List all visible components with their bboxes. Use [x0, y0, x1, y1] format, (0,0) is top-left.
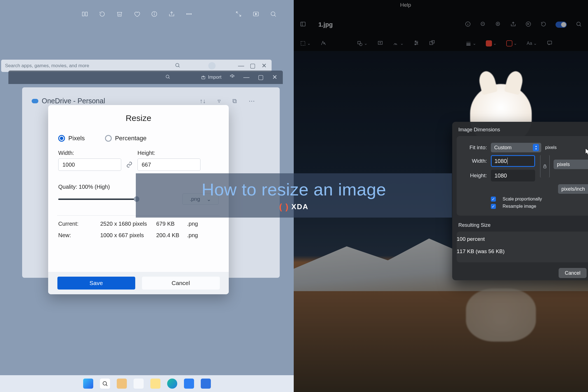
- height-input[interactable]: [137, 158, 200, 171]
- onedrive-icon: [32, 99, 38, 103]
- result-percent: 100 percent: [457, 236, 588, 242]
- taskbar-task-view[interactable]: [117, 379, 127, 389]
- onedrive-tools: ↑↓ ▿ ⧉ ⋯: [200, 97, 255, 105]
- resolution-unit-select[interactable]: pixels/inch: [558, 184, 588, 194]
- taskbar-search[interactable]: [100, 379, 110, 389]
- window-close[interactable]: ✕: [272, 74, 277, 81]
- current-label: Current:: [58, 221, 100, 227]
- new-dims: 1000 x 667 pixels: [100, 232, 156, 239]
- window-close[interactable]: ✕: [262, 63, 268, 69]
- taskbar-explorer[interactable]: [150, 379, 160, 389]
- taskbar-chat[interactable]: [134, 379, 144, 389]
- size-info: Current: 2520 x 1680 pixels 679 KB .png …: [58, 221, 219, 239]
- dialog-title: Resize: [48, 113, 229, 123]
- new-label: New:: [58, 232, 100, 239]
- new-ext: .png: [187, 232, 204, 239]
- stepper-icon: [533, 144, 539, 151]
- svg-point-7: [188, 13, 189, 14]
- import-button[interactable]: Import: [201, 74, 221, 80]
- window-maximize[interactable]: ▢: [250, 63, 256, 69]
- settings-icon[interactable]: [230, 74, 235, 80]
- svg-line-10: [239, 15, 241, 16]
- select-icon[interactable]: ⧉: [232, 97, 237, 105]
- more-icon[interactable]: ⋯: [249, 97, 255, 105]
- fit-into-label: Fit into:: [462, 144, 487, 151]
- unit-select[interactable]: pixels: [554, 160, 588, 169]
- svg-point-15: [176, 63, 179, 67]
- photos-app-top-toolbar: [81, 8, 277, 20]
- fullscreen-icon[interactable]: [235, 10, 242, 18]
- image-dimensions-dialog: Image Dimensions Fit into: Custom pixels…: [452, 122, 588, 280]
- window-minimize[interactable]: ―: [238, 63, 244, 69]
- zoom-icon[interactable]: [270, 10, 277, 18]
- section-resulting-size: Resulting Size: [452, 217, 588, 230]
- mac-cancel-button[interactable]: Cancel: [559, 268, 587, 278]
- svg-point-17: [166, 75, 169, 78]
- scale-proportionally-label: Scale proportionally: [503, 197, 542, 202]
- save-button[interactable]: Save: [57, 277, 135, 290]
- unit-radio-group: Pixels Percentage: [58, 135, 219, 142]
- taskbar-edge[interactable]: [167, 379, 177, 389]
- fit-into-select[interactable]: Custom: [491, 143, 541, 152]
- window-minimize[interactable]: ―: [243, 74, 249, 81]
- resample-label: Resample image: [503, 204, 536, 209]
- svg-rect-1: [85, 12, 87, 16]
- current-ext: .png: [187, 221, 204, 227]
- height-label: Height:: [137, 150, 200, 156]
- svg-point-21: [103, 382, 106, 385]
- headline-overlay: How to resize an image ( ) XDA: [136, 173, 452, 218]
- info-icon[interactable]: [151, 10, 158, 18]
- svg-line-14: [274, 15, 276, 17]
- profile-avatar[interactable]: [208, 62, 216, 69]
- current-size: 679 KB: [156, 221, 187, 227]
- taskbar-photos[interactable]: [201, 379, 211, 389]
- radio-pixels[interactable]: Pixels: [58, 135, 85, 142]
- cancel-button[interactable]: Cancel: [142, 277, 220, 290]
- svg-point-13: [271, 12, 275, 16]
- resample-checkbox[interactable]: ✓: [491, 204, 496, 209]
- sort-icon[interactable]: ↑↓: [200, 97, 206, 105]
- mac-width-input[interactable]: 1080: [491, 155, 535, 167]
- svg-point-6: [186, 13, 187, 14]
- svg-rect-52: [544, 166, 546, 168]
- compare-icon[interactable]: [81, 10, 88, 18]
- taskbar-store[interactable]: [184, 379, 194, 389]
- result-filesize: 117 KB (was 56 KB): [457, 248, 588, 255]
- current-dims: 2520 x 1680 pixels: [100, 221, 156, 227]
- rotate-icon[interactable]: [99, 10, 106, 18]
- window-maximize[interactable]: ▢: [258, 74, 264, 81]
- mac-width-label: Width:: [462, 158, 487, 164]
- svg-point-8: [190, 13, 191, 14]
- new-size: 200.4 KB: [156, 232, 187, 239]
- store-search-placeholder[interactable]: Search apps, games, movies, and more: [5, 63, 175, 69]
- fit-unit: pixels: [545, 145, 557, 150]
- radio-percentage[interactable]: Percentage: [105, 135, 147, 142]
- width-input[interactable]: [58, 158, 121, 171]
- onedrive-title: OneDrive - Personal: [42, 97, 105, 105]
- scale-proportionally-checkbox[interactable]: ✓: [491, 197, 496, 202]
- taskbar-start[interactable]: [83, 379, 93, 389]
- trash-icon[interactable]: [116, 10, 123, 18]
- svg-line-9: [236, 12, 238, 13]
- svg-line-22: [106, 385, 107, 386]
- mac-height-label: Height:: [462, 172, 487, 179]
- search-icon[interactable]: [165, 74, 170, 80]
- svg-marker-12: [255, 13, 257, 15]
- svg-point-4: [154, 12, 154, 13]
- photos-sub-toolbar: Import ― ▢ ✕: [8, 71, 283, 84]
- lock-aspect-icon[interactable]: [540, 155, 550, 178]
- headline-text: How to resize an image: [202, 179, 386, 199]
- windows-taskbar: [0, 375, 294, 392]
- svg-rect-0: [82, 12, 84, 16]
- share-icon[interactable]: [168, 10, 175, 18]
- section-image-dimensions: Image Dimensions: [452, 122, 588, 134]
- filter-icon[interactable]: ▿: [218, 97, 221, 105]
- link-aspect-icon[interactable]: [125, 158, 134, 171]
- slideshow-icon[interactable]: [252, 10, 260, 18]
- more-icon[interactable]: [185, 10, 193, 18]
- quality-slider[interactable]: [58, 199, 137, 200]
- heart-icon[interactable]: [133, 10, 141, 18]
- xda-logo: ( ) XDA: [279, 202, 308, 212]
- mac-height-input[interactable]: 1080: [491, 170, 535, 181]
- search-icon[interactable]: [175, 62, 180, 69]
